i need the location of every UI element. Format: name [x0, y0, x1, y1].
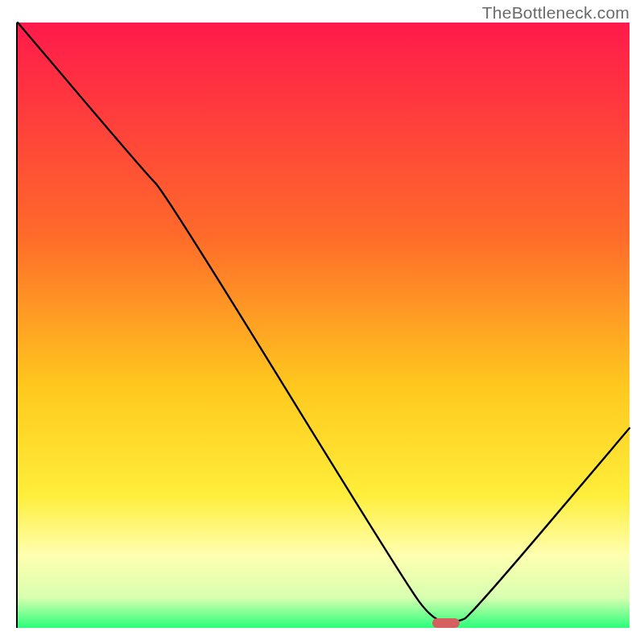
plot-region [18, 23, 630, 628]
bottleneck-curve [18, 23, 630, 628]
attribution-label: TheBottleneck.com [482, 3, 630, 23]
optimal-marker [432, 618, 460, 628]
chart-axes [16, 23, 628, 628]
